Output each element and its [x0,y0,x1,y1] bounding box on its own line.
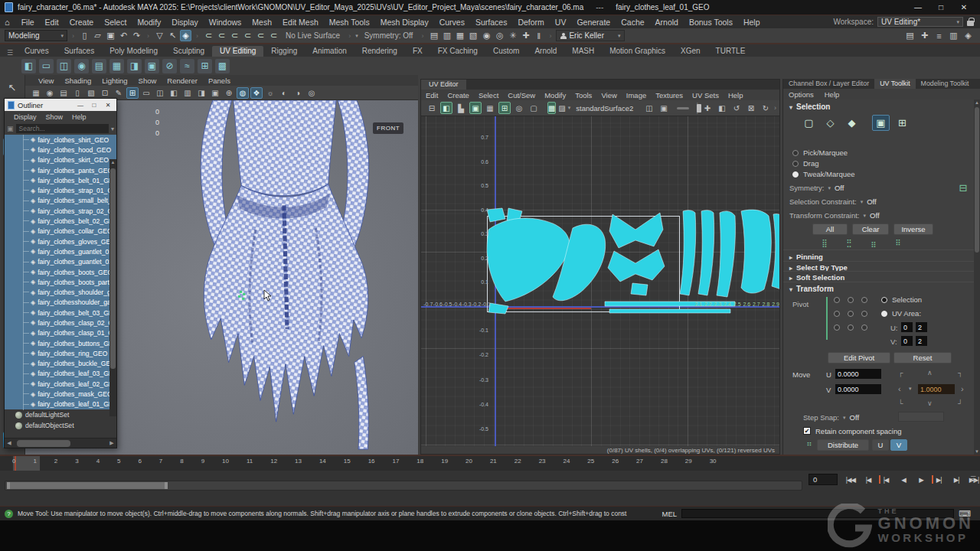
camera-based-projection-icon[interactable]: ▦ [109,59,124,73]
menu-item[interactable]: Bonus Tools [684,18,738,27]
uv-menu-item[interactable]: Help [724,91,748,99]
snap-to-point-icon[interactable]: ⊂ [229,30,240,41]
menu-item[interactable]: Help [738,18,766,27]
lasso-select-icon[interactable]: ◇ [822,115,839,131]
distribute-button[interactable]: Distribute [817,439,869,451]
save-scene-icon[interactable]: ▣ [105,30,116,41]
layout-uvs-icon[interactable]: ◧ [716,102,728,114]
pause-evaluation-icon[interactable]: ‖ [533,30,544,41]
live-surface-label[interactable]: No Live Surface [282,31,344,40]
two-d-pan-zoom-icon[interactable]: ⊡ [99,87,111,99]
unfold-uv-icon[interactable]: ⊞ [198,59,212,73]
outliner-item[interactable]: ◈ fairy_clothes_leaf_01_GEO [5,399,116,409]
layout-uv-icon[interactable]: ▩ [215,59,230,73]
safe-action-icon[interactable]: ◨ [195,87,207,99]
uv-area-v-min-field[interactable]: 0 [901,336,913,346]
close-button[interactable]: ✕ [952,3,975,11]
soft-selection-section-header[interactable]: ▸Soft Selection [789,273,844,282]
menu-item[interactable]: Modify [132,18,166,27]
radio-drag[interactable]: Drag [792,159,819,168]
film-gate-icon[interactable]: ▭ [140,87,152,99]
uv-statistics-icon[interactable]: ▙ [455,102,467,114]
uv-area-u-max-field[interactable]: 2 [916,322,927,332]
image-dim-slider[interactable] [677,107,689,109]
range-end-handle[interactable] [165,482,168,489]
workspace-lock-icon[interactable] [967,21,974,26]
convert-to-uvs-icon[interactable]: ⠿ [889,239,907,247]
transform-constraint-row[interactable]: Transform Constraint: ▾ Off [789,211,880,220]
right-panel-tab[interactable]: Modeling Toolkit [916,79,975,89]
mel-command-input[interactable] [681,509,954,518]
toolkit-menu-item[interactable]: Options [783,90,819,99]
channel-box-toggle-icon[interactable]: ▥ [948,30,959,41]
outliner-item[interactable]: ◈ fairy_clothes_belt_02_GEO [5,216,116,226]
bookmark-icon[interactable]: ▯ [71,87,83,99]
textured-display-icon[interactable]: ❖ [250,87,263,99]
select-all-button[interactable]: All [812,223,848,235]
select-hierarchy-mode-icon[interactable]: ▽ [154,30,165,41]
menu-item[interactable]: Create [64,18,100,27]
selection-section-header[interactable]: ▾Selection [789,103,830,111]
move-up-arrow[interactable]: ∧ [927,369,933,377]
spherical-projection-icon[interactable]: ◉ [74,59,89,73]
shelf-tab[interactable]: Arnold [527,46,564,57]
menu-item[interactable]: File [16,18,40,27]
redo-icon[interactable]: ↷ [131,30,142,41]
shelf-tab[interactable]: Surfaces [57,46,102,57]
viewport-menu-item[interactable]: Panels [203,77,236,85]
scroll-up-arrow[interactable]: ▲ [109,160,116,165]
outliner-item[interactable]: ◈ fairy_clothes_clasp_02_GEO [5,318,116,328]
outliner-item[interactable]: ◈ fairy_clothes_guantlet_01_G [5,246,116,256]
make-live-icon[interactable]: ⊂ [268,30,279,41]
render-view-icon[interactable]: ◉ [481,30,492,41]
chevron-down-icon[interactable]: ▾ [909,386,912,392]
symmetry-label[interactable]: Symmetry: Off [361,31,417,40]
snap-to-projected-center-icon[interactable]: ⊂ [242,30,253,41]
toolkit-scrollbar[interactable]: ▲ ▼ [974,99,980,455]
convert-to-edges-icon[interactable]: ⣛ [840,239,858,247]
uv-menu-item[interactable]: View [596,91,621,99]
shelf-tab[interactable]: Rendering [354,46,405,57]
construction-history-icon[interactable]: ▦ [454,30,466,41]
toolbar-overflow-icon[interactable]: › [774,104,779,112]
refresh-view-icon[interactable]: ↻ [760,102,772,114]
step-back-key-button[interactable]: |◀ [879,474,893,485]
snap-to-grid-icon[interactable]: ⊂ [203,30,214,41]
outliner-item[interactable]: ◈ fairy_clothes_clasp_01_GEO [5,328,116,338]
right-panel-tab[interactable]: Channel Box / Layer Editor [783,79,874,89]
outliner-item[interactable]: ◈ fairy_clothes_skirt_GEO [5,155,116,165]
dim-image-icon[interactable]: ◎ [513,102,525,114]
selection-constraint-row[interactable]: Selection Constraint: ▾ Off [789,197,877,206]
workspace-control-icon[interactable]: ◈ [962,30,974,41]
cube-component-icon[interactable]: ◆ [843,115,861,131]
go-to-start-button[interactable]: |◀◀ [844,474,858,485]
retain-spacing-checkbox[interactable]: ✔ [803,427,811,435]
lock-camera-icon[interactable]: ◉ [44,87,56,99]
mel-label[interactable]: MEL [662,510,678,518]
pivot-grid-radio[interactable] [834,297,840,303]
scroll-left-arrow[interactable]: ◀ [5,440,14,446]
outliner-item[interactable]: ◈ fairy_clothes_buckle_GEO [5,359,116,369]
outliner-minimize-button[interactable]: — [75,102,86,109]
workspace-select[interactable]: UV Editing* ▾ [877,17,963,27]
snap-to-view-plane-icon[interactable]: ⊂ [255,30,266,41]
isolate-select-icon[interactable]: ◎ [305,87,318,99]
convert-to-faces-icon[interactable]: ⣶ [864,239,883,247]
move-uv-shell-icon[interactable]: ✚ [701,102,714,114]
uv-menu-item[interactable]: Select [474,91,503,99]
outliner-item[interactable]: ◈ fairy_clothes_leaf_02_GEO [5,379,116,389]
uv-area-u-min-field[interactable]: 0 [901,322,913,332]
menu-item[interactable]: Edit Mesh [277,18,324,27]
outliner-item[interactable]: ◈ fairy_clothesshoulder_gaun [5,298,116,308]
contour-stretch-icon[interactable]: ▤ [92,59,106,73]
uv-menu-item[interactable]: Cut/Sew [503,91,540,99]
outliner-item[interactable]: ◈ fairy_clothes_pants_GEO [5,165,116,175]
outliner-maximize-button[interactable]: □ [89,102,100,109]
outliner-item[interactable]: ◈ fairy_clothes_strap_02_GEO [5,206,116,216]
outliner-set-item[interactable]: defaultLightSet [5,409,116,420]
resolution-gate-icon[interactable]: ◫ [154,87,166,99]
menu-item[interactable]: Windows [204,18,247,27]
chevron-down-icon[interactable]: ▾ [861,199,864,205]
user-account-select[interactable]: Eric Keller ▾ [556,30,625,41]
pivot-grid-radio[interactable] [848,311,854,317]
